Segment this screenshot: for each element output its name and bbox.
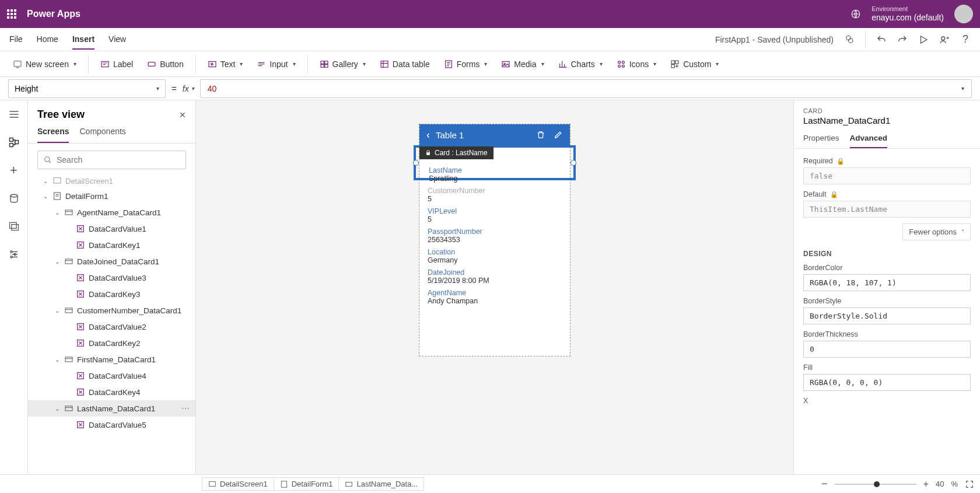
tree-search-input[interactable] <box>57 155 180 165</box>
form-field[interactable]: LocationGermany <box>428 248 562 264</box>
tree-item[interactable]: DataCardValue5 <box>28 417 195 433</box>
left-rail: + <box>0 100 28 474</box>
tree-view-icon[interactable] <box>7 135 21 149</box>
svg-rect-21 <box>676 61 678 64</box>
tree-item[interactable]: DataCardKey1 <box>28 237 195 253</box>
share-icon[interactable] <box>939 34 950 45</box>
icons-dropdown[interactable]: Icons▾ <box>611 57 662 71</box>
form-icon <box>280 480 288 488</box>
play-icon[interactable] <box>918 34 929 45</box>
lock-icon <box>425 150 431 156</box>
required-input[interactable]: false <box>803 167 971 184</box>
menu-view[interactable]: View <box>108 30 126 50</box>
form-field[interactable]: PassportNumber25634353 <box>428 228 562 244</box>
tree-tab-components[interactable]: Components <box>79 123 125 143</box>
form-field[interactable]: LastNameSpratling <box>428 166 562 183</box>
tree-item[interactable]: DataCardKey2 <box>28 335 195 351</box>
environment-value: enayu.com (default) <box>872 13 944 23</box>
fit-icon[interactable] <box>965 480 974 489</box>
delete-icon[interactable] <box>536 130 545 139</box>
prop-input[interactable]: RGBA(0, 18, 107, 1) <box>803 274 971 291</box>
tree-item[interactable]: ⌄FirstName_DataCard1 <box>28 351 195 368</box>
form-field[interactable]: AgentNameAndy Champan <box>428 289 562 305</box>
zoom-slider[interactable] <box>835 484 916 485</box>
rp-supertitle: CARD <box>794 107 980 114</box>
forms-dropdown[interactable]: Forms▾ <box>438 57 494 71</box>
breadcrumb-item[interactable]: DetailScreen1 <box>202 477 274 491</box>
default-input[interactable]: ThisItem.LastName <box>803 201 971 218</box>
tree-item[interactable]: DataCardValue4 <box>28 368 195 384</box>
gallery-icon <box>320 60 329 69</box>
prop-input[interactable]: 0 <box>803 341 971 358</box>
menu-insert[interactable]: Insert <box>72 30 94 50</box>
property-selector[interactable]: Height ▾ <box>8 79 166 98</box>
menu-file[interactable]: File <box>9 30 23 50</box>
app-checker-icon[interactable] <box>844 34 855 45</box>
input-dropdown[interactable]: Input▾ <box>251 57 301 71</box>
edit-icon[interactable] <box>554 130 563 139</box>
form-field[interactable]: DateJoined5/19/2019 8:00 PM <box>428 268 562 285</box>
back-icon[interactable]: ‹ <box>426 129 430 141</box>
fewer-options-button[interactable]: Fewer options ˄ <box>902 223 971 240</box>
tree-item[interactable]: ⌄AgentName_DataCard1 <box>28 204 195 221</box>
right-panel: CARD LastName_DataCard1 Properties Advan… <box>793 100 980 474</box>
equals-sign: = <box>172 83 177 93</box>
data-table-button[interactable]: Data table <box>374 57 436 71</box>
settings-rail-icon[interactable] <box>7 247 21 261</box>
tree-item[interactable]: DataCardKey3 <box>28 286 195 302</box>
add-icon[interactable]: + <box>7 163 21 177</box>
tree-tab-screens[interactable]: Screens <box>37 123 69 143</box>
form-field[interactable]: CustomerNumber5 <box>428 187 562 203</box>
help-icon[interactable]: ? <box>960 34 971 45</box>
charts-dropdown[interactable]: Charts▾ <box>552 57 608 71</box>
tree-item[interactable]: DataCardValue3 <box>28 270 195 286</box>
canvas[interactable]: ‹ Table 1 Card : LastName LastNameSpratl… <box>196 100 793 474</box>
menu-home[interactable]: Home <box>37 30 58 50</box>
formula-bar: Height ▾ = fx▾ 40 ▾ <box>0 77 980 100</box>
card-icon <box>345 480 353 488</box>
tree-item[interactable]: ⌄CustomerNumber_DataCard1 <box>28 302 195 319</box>
forms-icon <box>444 60 453 69</box>
new-screen-button[interactable]: New screen▾ <box>7 57 82 71</box>
tree-body[interactable]: ⌄DetailScreen1⌄DetailForm1⌄AgentName_Dat… <box>28 176 195 474</box>
formula-input[interactable]: 40 ▾ <box>200 79 972 98</box>
tree-search[interactable] <box>37 151 186 169</box>
button-icon <box>147 60 156 69</box>
prop-label: BorderThickness <box>803 330 971 338</box>
environment-selector[interactable]: Environment enayu.com (default) <box>872 5 944 23</box>
tree-item[interactable]: ⌄LastName_DataCard1⋯ <box>28 400 195 417</box>
close-tree-icon[interactable]: ✕ <box>179 110 186 120</box>
breadcrumb-item[interactable]: DetailForm1 <box>274 477 340 491</box>
button-button[interactable]: Button <box>141 57 189 71</box>
device-body: LastNameSpratlingCustomerNumber5VIPLevel… <box>419 145 570 356</box>
rp-tab-advanced[interactable]: Advanced <box>850 131 888 148</box>
tree-item[interactable]: ⌄DetailForm1 <box>28 188 195 204</box>
gallery-dropdown[interactable]: Gallery▾ <box>314 57 372 71</box>
tree-item[interactable]: DataCardValue2 <box>28 319 195 335</box>
app-launcher-icon[interactable] <box>7 9 16 19</box>
save-status: FirstApp1 - Saved (Unpublished) <box>715 35 834 44</box>
zoom-out-button[interactable]: − <box>821 478 828 490</box>
device-preview[interactable]: ‹ Table 1 Card : LastName LastNameSpratl… <box>419 124 570 356</box>
rp-tab-properties[interactable]: Properties <box>803 131 839 148</box>
breadcrumb-item[interactable]: LastName_Data... <box>338 477 424 491</box>
form-field[interactable]: VIPLevel5 <box>428 207 562 223</box>
hamburger-icon[interactable] <box>7 107 21 121</box>
label-button[interactable]: Label <box>94 57 139 71</box>
tree-item[interactable]: ⌄DateJoined_DataCard1 <box>28 253 195 270</box>
redo-icon[interactable] <box>897 34 908 45</box>
media-dropdown[interactable]: Media▾ <box>495 57 550 71</box>
custom-dropdown[interactable]: Custom▾ <box>664 57 724 71</box>
fx-label[interactable]: fx▾ <box>183 84 194 93</box>
text-dropdown[interactable]: Text▾ <box>202 57 249 71</box>
prop-input[interactable]: BorderStyle.Solid <box>803 307 971 324</box>
menu-tabs: File Home Insert View <box>9 30 126 50</box>
media-rail-icon[interactable] <box>7 219 21 233</box>
tree-item[interactable]: DataCardValue1 <box>28 221 195 237</box>
undo-icon[interactable] <box>876 34 887 45</box>
zoom-in-button[interactable]: + <box>923 479 929 489</box>
data-icon[interactable] <box>7 191 21 205</box>
user-avatar[interactable] <box>954 5 973 23</box>
tree-item[interactable]: DataCardKey4 <box>28 384 195 400</box>
prop-input[interactable]: RGBA(0, 0, 0, 0) <box>803 374 971 391</box>
